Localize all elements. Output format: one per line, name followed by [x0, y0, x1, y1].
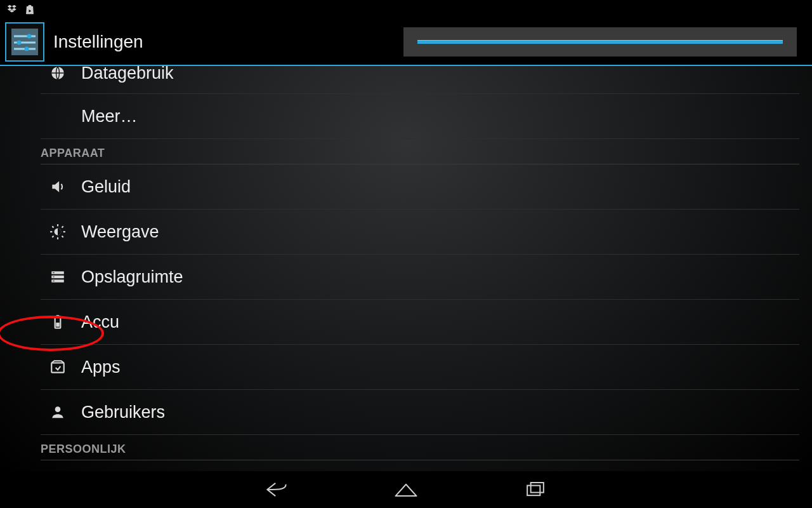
- apps-icon: [48, 359, 67, 375]
- settings-item-locatietoegang[interactable]: Locatietoegang: [41, 460, 799, 471]
- section-header-apparaat: APPARAAT: [41, 139, 799, 164]
- settings-item-label: Meer…: [81, 107, 138, 126]
- brightness-icon: [48, 224, 67, 240]
- svg-line-13: [52, 226, 53, 227]
- settings-item-accu[interactable]: Accu: [41, 300, 799, 345]
- settings-item-gebruikers[interactable]: Gebruikers: [41, 390, 799, 435]
- settings-item-meer[interactable]: Meer…: [41, 94, 799, 139]
- svg-rect-20: [53, 272, 54, 273]
- svg-line-15: [52, 236, 53, 237]
- globe-icon: [48, 66, 67, 81]
- settings-item-apps[interactable]: Apps: [41, 345, 799, 390]
- svg-rect-35: [527, 486, 540, 496]
- svg-rect-21: [53, 276, 54, 277]
- home-button[interactable]: [392, 479, 420, 500]
- storage-icon: [48, 269, 67, 285]
- section-header-persoonlijk: PERSOONLIJK: [41, 435, 799, 460]
- svg-rect-26: [51, 363, 64, 373]
- settings-item-label: Accu: [81, 312, 119, 332]
- svg-line-16: [62, 226, 63, 227]
- settings-item-label: Opslagruimte: [81, 267, 183, 287]
- svg-rect-24: [56, 315, 59, 316]
- svg-point-4: [27, 34, 32, 39]
- settings-item-weergave[interactable]: Weergave: [41, 210, 799, 255]
- settings-list[interactable]: Datagebruik Meer… APPARAAT Geluid Weerga…: [0, 66, 812, 471]
- dropbox-icon: [6, 4, 18, 15]
- settings-item-label: Apps: [81, 358, 121, 377]
- settings-item-opslagruimte[interactable]: Opslagruimte: [41, 255, 799, 300]
- svg-point-27: [55, 406, 61, 412]
- svg-point-5: [17, 41, 22, 45]
- status-bar: [0, 0, 812, 19]
- svg-rect-28: [52, 418, 63, 419]
- settings-item-label: Weergave: [81, 222, 159, 242]
- action-bar: Instellingen: [0, 19, 812, 65]
- settings-app-icon: [5, 22, 44, 62]
- settings-item-datagebruik[interactable]: Datagebruik: [41, 66, 799, 94]
- svg-rect-36: [531, 483, 544, 493]
- sound-icon: [48, 178, 67, 195]
- settings-item-label: Geluid: [81, 177, 131, 197]
- back-button[interactable]: [263, 479, 291, 500]
- user-icon: [48, 404, 67, 420]
- svg-point-6: [25, 47, 29, 51]
- settings-item-label: Gebruikers: [81, 403, 165, 422]
- progress-indicator: [403, 27, 797, 57]
- page-title: Instellingen: [53, 32, 143, 52]
- svg-rect-25: [56, 323, 59, 326]
- settings-item-geluid[interactable]: Geluid: [41, 164, 799, 210]
- play-store-bag-icon: [24, 4, 36, 15]
- recent-apps-button[interactable]: [521, 479, 549, 500]
- svg-line-14: [62, 236, 63, 237]
- battery-icon: [48, 314, 67, 330]
- settings-item-label: Datagebruik: [81, 66, 174, 83]
- svg-rect-22: [53, 281, 54, 281]
- navigation-bar: [0, 471, 812, 508]
